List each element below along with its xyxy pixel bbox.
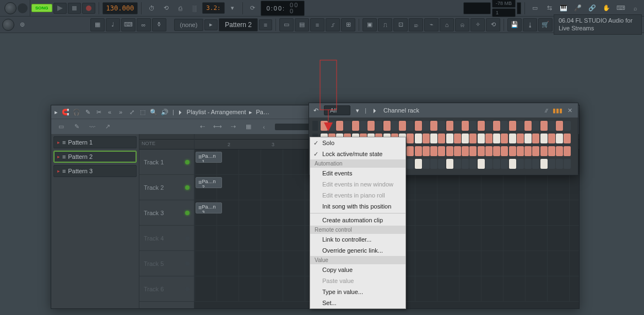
right-icon[interactable]: »	[116, 109, 125, 115]
step-button[interactable]	[438, 159, 445, 169]
hand-icon[interactable]: ✋	[600, 3, 613, 14]
save-button[interactable]: 💾	[507, 18, 522, 31]
step-button[interactable]	[540, 159, 548, 169]
pattern-item-1[interactable]: ▸≡Pattern 1	[53, 136, 137, 148]
cut-icon[interactable]: ✂	[94, 109, 103, 116]
browser-search-icon[interactable]: ⌕	[629, 3, 642, 14]
slice-tool-icon[interactable]: 〰	[85, 121, 99, 132]
graph-icon[interactable]: ⫽	[543, 107, 549, 114]
step-button[interactable]	[478, 134, 485, 143]
step-button[interactable]	[430, 159, 437, 169]
step-button[interactable]	[446, 146, 453, 156]
context-menu-init-song-with-this-position[interactable]: Init song with this position	[310, 201, 405, 212]
snap-setting[interactable]: (none)	[174, 19, 204, 31]
time-display[interactable]: 0:00: 00 0	[261, 1, 305, 16]
steps-icon[interactable]: ▮▮▮	[553, 107, 562, 114]
step-button[interactable]	[438, 134, 445, 143]
metronome-precount-icon[interactable]: ⏱	[145, 3, 158, 14]
step-button[interactable]	[454, 159, 461, 169]
sync-icon[interactable]: ⇆	[543, 3, 556, 14]
back-icon[interactable]: ↶	[313, 107, 318, 114]
paint-tool-icon[interactable]: ✎	[70, 121, 83, 132]
step-button[interactable]	[556, 146, 563, 156]
context-menu-solo[interactable]: Solo	[310, 137, 405, 148]
playlist-button[interactable]: ▭	[279, 18, 294, 31]
step-button[interactable]	[556, 121, 563, 131]
track-header-3[interactable]: Track 3	[139, 200, 194, 226]
expand-icon[interactable]: ⤢	[127, 109, 136, 116]
step-button[interactable]	[540, 121, 548, 131]
tool-3-icon[interactable]: ⊡	[393, 18, 408, 31]
song-mode-button[interactable]: SONG	[31, 4, 52, 12]
step-button[interactable]	[407, 134, 414, 143]
pattern-clip[interactable]: ≡ Pa…n 2	[196, 177, 222, 188]
step-button[interactable]	[517, 159, 524, 169]
select-icon[interactable]: ⬚	[138, 109, 147, 116]
pitch-knob[interactable]	[18, 3, 28, 13]
step-button[interactable]	[548, 146, 555, 156]
time-menu-icon[interactable]	[306, 3, 319, 14]
step-button[interactable]	[462, 121, 469, 131]
tool-8-icon[interactable]: ✧	[470, 18, 485, 31]
context-menu-create-automation-clip[interactable]: Create automation clip	[310, 215, 405, 226]
step-button[interactable]	[485, 146, 493, 156]
step-button[interactable]	[548, 121, 555, 131]
tool-1-icon[interactable]: ▣	[362, 18, 377, 31]
link-button[interactable]: ∞	[137, 18, 151, 31]
step-button[interactable]	[509, 159, 516, 169]
step-button[interactable]	[485, 159, 493, 169]
snap-nudge-right-icon[interactable]: ⇢	[226, 121, 240, 132]
step-button[interactable]	[454, 121, 461, 131]
undo-button[interactable]: ⟲	[486, 18, 500, 31]
channelrack-button[interactable]: ≡	[310, 18, 324, 31]
step-mode-icon[interactable]: ░	[188, 3, 201, 14]
step-button[interactable]	[478, 121, 485, 131]
step-button[interactable]	[564, 159, 571, 169]
step-button[interactable]	[548, 159, 555, 169]
step-button[interactable]	[556, 134, 563, 143]
step-button[interactable]	[430, 134, 437, 143]
select-tool-icon[interactable]: ↗	[101, 121, 114, 132]
step-button[interactable]	[423, 134, 430, 143]
step-button[interactable]	[524, 134, 532, 143]
render-button[interactable]: ⭳	[523, 18, 537, 31]
time-signature-display[interactable]: 3.2:	[202, 2, 225, 14]
channel-select-pad[interactable]	[312, 121, 318, 131]
tool-5-icon[interactable]: ⌁	[424, 18, 439, 31]
headphones-icon[interactable]: 🎧	[72, 109, 81, 116]
tool-4-icon[interactable]: ⎄	[409, 18, 423, 31]
step-button[interactable]	[548, 134, 555, 143]
step-button[interactable]	[446, 134, 453, 143]
step-button[interactable]	[564, 146, 571, 156]
context-menu-copy-value[interactable]: Copy value	[310, 264, 405, 275]
left-icon[interactable]: «	[105, 109, 114, 115]
mic-icon[interactable]: 🎤	[571, 3, 585, 14]
step-button[interactable]	[509, 146, 516, 156]
step-button[interactable]	[454, 134, 461, 143]
keyboard-button[interactable]: ⌨	[121, 18, 136, 31]
magnet-icon[interactable]: 🧲	[61, 109, 70, 116]
plug-button[interactable]: ⚱	[152, 18, 166, 31]
step-button[interactable]	[462, 159, 469, 169]
close-icon[interactable]: ✕	[566, 107, 573, 114]
pattern-menu-icon[interactable]: ≡	[259, 19, 272, 30]
step-button[interactable]	[415, 134, 422, 143]
step-button[interactable]	[493, 121, 500, 131]
play-button[interactable]	[53, 3, 67, 14]
step-button[interactable]	[423, 146, 430, 156]
pattern-clip[interactable]: ≡ Pa…n 1	[196, 152, 222, 163]
tool-7-icon[interactable]: ⍾	[455, 18, 469, 31]
step-button[interactable]	[509, 134, 516, 143]
switch-icon[interactable]: ⊚	[15, 19, 29, 30]
snap-button[interactable]: ▦	[90, 18, 105, 31]
step-button[interactable]	[524, 159, 532, 169]
step-button[interactable]	[485, 121, 493, 131]
step-button[interactable]	[469, 146, 477, 156]
mixer-button[interactable]: ⎎	[326, 18, 340, 31]
step-button[interactable]	[501, 146, 508, 156]
link-icon[interactable]: 🔗	[586, 3, 599, 14]
step-button[interactable]	[532, 146, 539, 156]
tempo-display[interactable]: 130.000	[102, 2, 138, 14]
context-menu-override-generic-link[interactable]: Override generic link...	[310, 245, 405, 256]
wand-icon[interactable]: ✎	[83, 109, 92, 116]
